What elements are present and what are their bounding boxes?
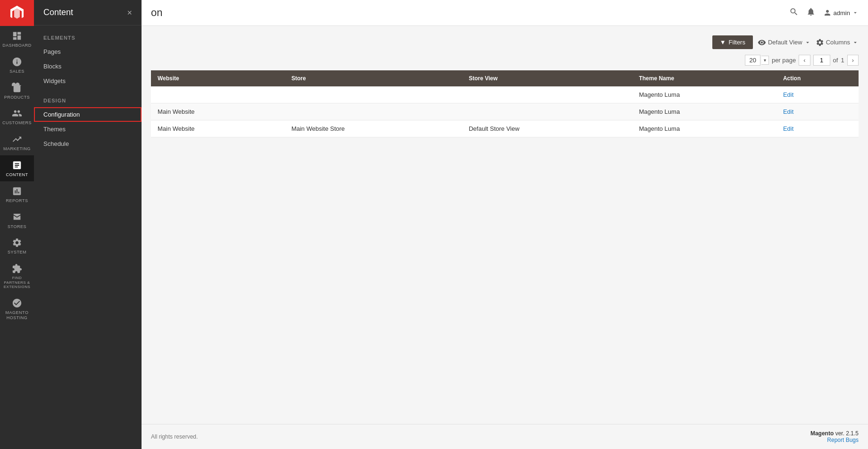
flyout-menu: Content × Elements Pages Blocks Widgets …: [34, 0, 142, 449]
sidebar-item-label-products: PRODUCTS: [4, 95, 30, 100]
cell-action: Edit: [776, 120, 859, 137]
themes-table: Website Store Store View Theme Name Acti…: [151, 70, 859, 137]
flyout-item-widgets[interactable]: Widgets: [34, 74, 142, 88]
flyout-item-schedule[interactable]: Schedule: [34, 136, 142, 151]
per-page-dropdown[interactable]: ▾: [761, 56, 769, 65]
prev-page-button[interactable]: ‹: [799, 55, 810, 66]
search-icon[interactable]: [789, 7, 799, 19]
filter-icon: ▼: [720, 39, 726, 46]
cell-action: Edit: [776, 86, 859, 103]
sidebar-item-products[interactable]: PRODUCTS: [0, 78, 34, 104]
sidebar-item-label-dashboard: DASHBOARD: [2, 43, 32, 48]
edit-link-0[interactable]: Edit: [783, 91, 793, 98]
top-bar: on admin: [142, 0, 868, 26]
table-row: Main Website Magento Luma Edit: [151, 103, 859, 120]
columns-label: Columns: [826, 39, 850, 46]
flyout-item-pages[interactable]: Pages: [34, 44, 142, 59]
next-page-button[interactable]: ›: [847, 55, 859, 66]
total-pages: 1: [841, 57, 844, 64]
page-footer: All rights reserved. Magento ver. 2.1.5 …: [142, 424, 868, 449]
col-store: Store: [285, 70, 462, 86]
sidebar-item-label-stores: STORES: [8, 224, 26, 229]
content-body: ▼ Filters Default View Columns 20 ▾ per …: [142, 26, 868, 424]
report-bugs-link[interactable]: Report Bugs: [810, 437, 859, 443]
per-page-value: 20: [745, 55, 760, 66]
flyout-close-button[interactable]: ×: [127, 8, 132, 17]
page-number-input[interactable]: [813, 55, 830, 66]
sidebar-item-stores[interactable]: STORES: [0, 207, 34, 233]
of-label: of: [833, 57, 838, 64]
sidebar-item-reports[interactable]: REPORTS: [0, 181, 34, 207]
sidebar-item-label-content: CONTENT: [6, 172, 28, 178]
edit-link-2[interactable]: Edit: [783, 125, 793, 132]
filters-label: Filters: [729, 39, 745, 46]
per-page-label: per page: [772, 57, 796, 64]
sidebar-item-label-customers: CUSTOMERS: [2, 120, 32, 126]
cell-website: Main Website: [151, 120, 285, 137]
sidebar-item-label-system: SYSTEM: [8, 250, 26, 255]
copyright-text: All rights reserved.: [151, 433, 198, 440]
cell-website: [151, 86, 285, 103]
flyout-section-elements: Elements: [34, 25, 142, 44]
flyout-section-design: Design: [34, 88, 142, 107]
cell-store-view: [462, 86, 633, 103]
table-row: Main Website Main Website Store Default …: [151, 120, 859, 137]
sidebar-item-content[interactable]: CONTENT: [0, 155, 34, 181]
sidebar-item-label-marketing: MARKETING: [3, 146, 31, 152]
sidebar-item-extensions[interactable]: FIND PARTNERS & EXTENSIONS: [0, 259, 34, 293]
cell-store: [285, 86, 462, 103]
version-info: Magento ver. 2.1.5 Report Bugs: [810, 430, 859, 443]
cell-store: Main Website Store: [285, 120, 462, 137]
main-area: on admin ▼ Filters Default Vi: [142, 0, 868, 449]
version-number: ver. 2.1.5: [835, 430, 859, 437]
cell-store-view: Default Store View: [462, 120, 633, 137]
cell-theme-name: Magento Luma: [632, 103, 776, 120]
columns-select[interactable]: Columns: [816, 38, 859, 47]
flyout-item-themes[interactable]: Themes: [34, 122, 142, 136]
col-website: Website: [151, 70, 285, 86]
col-theme-name: Theme Name: [632, 70, 776, 86]
cell-store: [285, 103, 462, 120]
sidebar-item-customers[interactable]: CUSTOMERS: [0, 103, 34, 129]
col-action: Action: [776, 70, 859, 86]
table-row: Magento Luma Edit: [151, 86, 859, 103]
version-text: Magento ver. 2.1.5: [810, 430, 859, 437]
sidebar-item-label-reports: REPORTS: [6, 198, 28, 203]
sidebar-item-system[interactable]: SYSTEM: [0, 233, 34, 259]
cell-theme-name: Magento Luma: [632, 86, 776, 103]
admin-username: admin: [834, 9, 850, 17]
magento-version-label: Magento: [810, 430, 834, 437]
edit-link-1[interactable]: Edit: [783, 108, 793, 115]
sidebar-item-marketing[interactable]: MARKETING: [0, 129, 34, 155]
view-label: Default View: [768, 39, 802, 46]
notifications-icon[interactable]: [806, 7, 816, 19]
cell-theme-name: Magento Luma: [632, 120, 776, 137]
cell-store-view: [462, 103, 633, 120]
flyout-header: Content ×: [34, 0, 142, 25]
flyout-item-configuration[interactable]: Configuration: [34, 107, 142, 122]
sidebar-item-label-extensions: FIND PARTNERS & EXTENSIONS: [2, 276, 32, 289]
sidebar-item-label-sales: SALES: [9, 69, 25, 74]
flyout-item-blocks[interactable]: Blocks: [34, 59, 142, 74]
page-title: on: [151, 7, 162, 19]
top-bar-right: admin: [789, 7, 859, 19]
view-select[interactable]: Default View: [758, 38, 811, 47]
table-toolbar: ▼ Filters Default View Columns: [151, 35, 859, 49]
per-page-select[interactable]: 20 ▾: [745, 55, 768, 66]
sidebar-item-sales[interactable]: SALES: [0, 52, 34, 78]
filters-button[interactable]: ▼ Filters: [712, 35, 753, 49]
pagination-bar: 20 ▾ per page ‹ of 1 ›: [151, 55, 859, 66]
sidebar-item-hosting[interactable]: MAGENTO HOSTING: [0, 293, 34, 324]
col-store-view: Store View: [462, 70, 633, 86]
flyout-title: Content: [43, 8, 73, 17]
cell-website: Main Website: [151, 103, 285, 120]
magento-logo[interactable]: [0, 0, 34, 26]
sidebar-item-label-hosting: MAGENTO HOSTING: [2, 310, 32, 321]
admin-user-menu[interactable]: admin: [823, 8, 859, 17]
cell-action: Edit: [776, 103, 859, 120]
sidebar-item-dashboard[interactable]: DASHBOARD: [0, 26, 34, 52]
icon-nav: DASHBOARD SALES PRODUCTS CUSTOMERS MARKE…: [0, 0, 34, 449]
